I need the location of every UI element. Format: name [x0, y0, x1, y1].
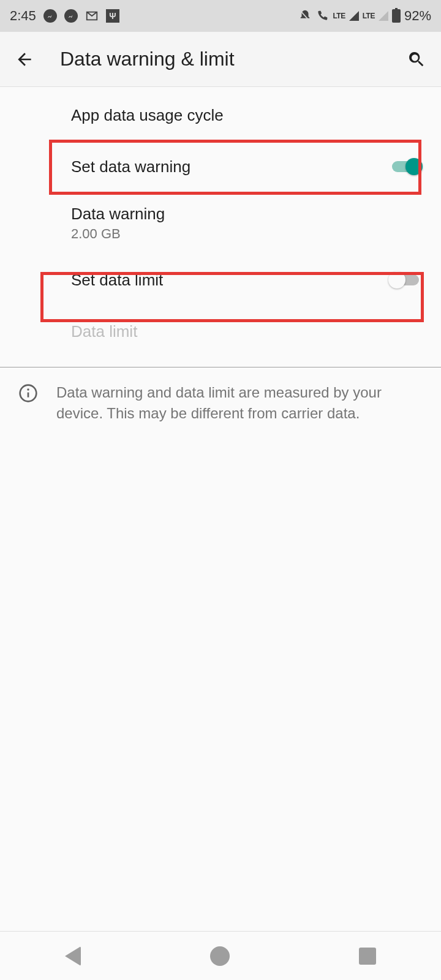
wifi-calling-icon [315, 9, 329, 23]
app-bar: Data warning & limit [0, 32, 441, 87]
pref-data-warning[interactable]: Data warning 2.00 GB [0, 192, 441, 254]
pref-title: Data limit [71, 322, 137, 341]
svg-point-3 [27, 388, 29, 390]
back-button[interactable] [11, 46, 38, 73]
signal-empty-icon [379, 11, 388, 21]
lte-label: LTE [363, 12, 375, 20]
usb-icon: Ψ [106, 9, 119, 23]
pref-data-limit: Data limit [0, 306, 441, 357]
navigation-bar [0, 931, 441, 980]
battery-percentage: 92% [404, 8, 431, 24]
status-right: LTE LTE 92% [298, 8, 431, 24]
nav-back-button[interactable] [65, 946, 81, 966]
pref-title: App data usage cycle [71, 106, 224, 125]
footer-note: Data warning and data limit are measured… [0, 368, 441, 438]
pref-title: Set data warning [71, 157, 190, 176]
pref-set-data-limit[interactable]: Set data limit [0, 254, 441, 306]
messenger-icon [43, 9, 57, 23]
nav-recent-button[interactable] [359, 948, 376, 965]
status-bar: 2:45 Ψ LTE LTE 92% [0, 0, 441, 32]
status-left: 2:45 Ψ [10, 8, 119, 24]
nav-home-button[interactable] [210, 946, 230, 966]
battery-icon [392, 9, 401, 23]
pref-usage-cycle[interactable]: App data usage cycle [0, 89, 441, 141]
footer-text: Data warning and data limit are measured… [56, 382, 425, 423]
info-icon [18, 383, 38, 405]
status-time: 2:45 [10, 8, 36, 24]
pref-set-data-warning[interactable]: Set data warning [0, 141, 441, 192]
preferences-list: App data usage cycle Set data warning Da… [0, 87, 441, 438]
gmail-icon [85, 9, 99, 23]
page-title: Data warning & limit [60, 48, 403, 70]
messenger-icon [64, 9, 78, 23]
pref-title: Set data limit [71, 271, 163, 290]
set-data-warning-switch[interactable] [388, 157, 423, 176]
pref-summary: 2.00 GB [71, 226, 121, 242]
dnd-icon [298, 9, 312, 23]
pref-title: Data warning [71, 205, 165, 224]
signal-full-icon [349, 11, 359, 21]
lte-label: LTE [333, 12, 345, 20]
search-button[interactable] [403, 46, 430, 73]
set-data-limit-switch[interactable] [388, 270, 423, 290]
